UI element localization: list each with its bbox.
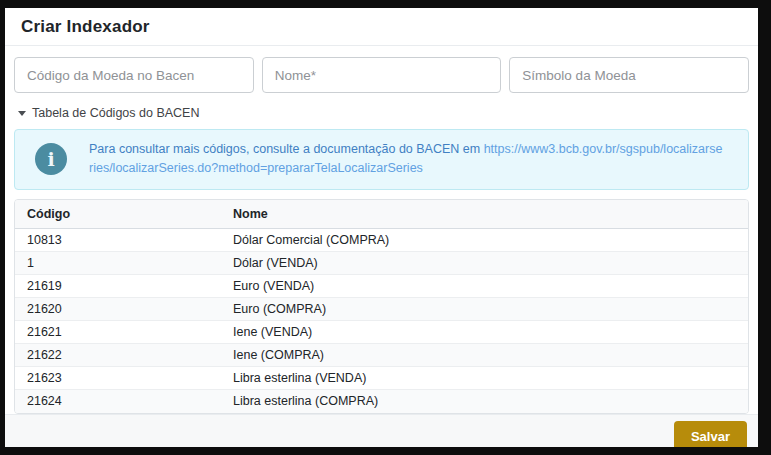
bacen-currency-code-input[interactable] xyxy=(14,57,254,93)
save-button[interactable]: Salvar xyxy=(674,421,747,452)
table-cell: Iene (VENDA) xyxy=(221,321,748,344)
table-row: 21622Iene (COMPRA) xyxy=(15,344,748,367)
table-row: 21619Euro (VENDA) xyxy=(15,275,748,298)
column-header-codigo: Código xyxy=(15,200,221,229)
table-row: 1Dólar (VENDA) xyxy=(15,252,748,275)
table-cell: 21619 xyxy=(15,275,221,298)
table-row: 10813Dólar Comercial (COMPRA) xyxy=(15,229,748,252)
table-cell: Euro (VENDA) xyxy=(221,275,748,298)
alert-message: Para consultar mais códigos, consulte a … xyxy=(89,140,734,179)
table-cell: 21622 xyxy=(15,344,221,367)
create-indexer-modal: Criar Indexador Tabela de Códigos do BAC… xyxy=(0,0,771,455)
table-row: 21624Libra esterlina (COMPRA) xyxy=(15,390,748,413)
name-input[interactable] xyxy=(262,57,502,93)
table-cell: Iene (COMPRA) xyxy=(221,344,748,367)
form-fields-row xyxy=(14,57,749,93)
table-cell: 21621 xyxy=(15,321,221,344)
table-cell: Euro (COMPRA) xyxy=(221,298,748,321)
alert-text: Para consultar mais códigos, consulte a … xyxy=(89,142,484,156)
table-cell: 10813 xyxy=(15,229,221,252)
table-cell: Dólar (VENDA) xyxy=(221,252,748,275)
table-cell: Dólar Comercial (COMPRA) xyxy=(221,229,748,252)
bacen-codes-section-toggle[interactable]: Tabela de Códigos do BACEN xyxy=(18,106,199,120)
chevron-down-icon xyxy=(18,111,26,116)
modal-footer: Salvar xyxy=(5,414,758,455)
info-icon: i xyxy=(35,143,67,175)
table-cell: 21623 xyxy=(15,367,221,390)
table-header: Código Nome xyxy=(15,200,748,229)
table-cell: Libra esterlina (COMPRA) xyxy=(221,390,748,413)
column-header-nome: Nome xyxy=(221,200,748,229)
page-title: Criar Indexador xyxy=(21,17,742,37)
table-row: 21623Libra esterlina (VENDA) xyxy=(15,367,748,390)
table-cell: 1 xyxy=(15,252,221,275)
modal-header: Criar Indexador xyxy=(5,8,758,46)
table-row: 21620Euro (COMPRA) xyxy=(15,298,748,321)
table-row: 21621Iene (VENDA) xyxy=(15,321,748,344)
table-cell: 21620 xyxy=(15,298,221,321)
info-alert: i Para consultar mais códigos, consulte … xyxy=(14,129,749,190)
currency-symbol-input[interactable] xyxy=(509,57,749,93)
bacen-codes-table: Código Nome 10813Dólar Comercial (COMPRA… xyxy=(14,199,749,414)
table-cell: Libra esterlina (VENDA) xyxy=(221,367,748,390)
section-toggle-label: Tabela de Códigos do BACEN xyxy=(32,106,199,120)
table-cell: 21624 xyxy=(15,390,221,413)
bacen-table-body: 10813Dólar Comercial (COMPRA)1Dólar (VEN… xyxy=(15,229,748,413)
modal-body: Tabela de Códigos do BACEN i Para consul… xyxy=(5,46,758,414)
